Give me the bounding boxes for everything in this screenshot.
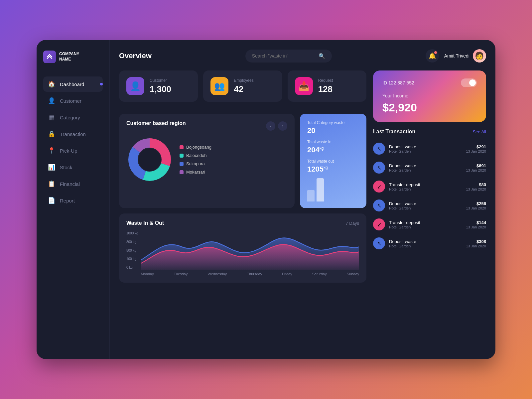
category-icon: ▦ [48,114,55,121]
see-all-button[interactable]: See All [473,129,486,134]
sidebar-item-pickup[interactable]: 📍Pick-Up [43,143,103,158]
financial-icon: 📋 [48,180,55,188]
employees-stat-info: Employees 42 [234,78,253,94]
sidebar-item-stock[interactable]: 📊Stock [43,160,103,175]
trans-sub-1: Hotel Garden [389,168,462,172]
transaction-item-5: ↖ Deposit waste Hotel Garden $308 13 Jan… [373,234,486,253]
total-out-label: Total waste out [307,159,359,164]
trans-name-2: Transfer deposit [389,182,462,187]
sidebar-item-customer[interactable]: 👤Customer [43,93,103,108]
trans-date-3: 13 Jan 2020 [466,206,486,210]
search-bar[interactable]: 🔍 [245,50,332,63]
y-label-100: 100 kg [126,257,138,261]
wave-plot: Monday Tuesday Wednesday Thursday Friday… [141,230,359,276]
nav-label-financial: Financial [60,181,80,187]
transactions-list: ↖ Deposit waste Hotel Garden $291 13 Jan… [373,139,486,253]
trans-right-2: $80 13 Jan 2020 [466,182,486,191]
nav-container: 🏠Dashboard👤Customer▦Category🔒Transaction… [43,76,103,209]
waste-bar-2 [317,178,324,201]
nav-label-category: Category [60,115,80,120]
svg-point-4 [138,148,161,171]
trans-right-1: $691 13 Jan 2020 [466,163,486,172]
transactions-title: Last Transaction [373,129,415,135]
user-avatar: 🧑 [473,49,486,63]
sidebar-item-report[interactable]: 📄Report [43,193,103,208]
x-thursday: Thursday [247,272,262,276]
trans-icon-1: ↖ [373,162,385,174]
sidebar-item-financial[interactable]: 📋Financial [43,176,103,192]
sidebar-item-category[interactable]: ▦Category [43,110,103,125]
logo-area: COMPANY NAME [43,51,103,63]
trans-info-2: Transfer deposit Hotel Garden [389,182,462,191]
stat-card-customer: 👤 Customer 1,300 [119,70,198,102]
waste-stats-card: Total Category waste 20 Total waste in 2… [300,114,366,208]
x-friday: Friday [282,272,292,276]
toggle-switch[interactable] [461,78,477,87]
donut-legend: BojongsoangBalocndohSukapuraMokarsari [180,145,211,175]
trans-name-0: Deposit waste [389,144,462,149]
report-icon: 📄 [48,197,55,204]
nav-label-dashboard: Dashboard [60,81,84,87]
customer-value: 1,300 [150,84,171,94]
middle-row: Customer based region ‹ › [119,114,366,208]
nav-label-report: Report [60,198,75,203]
stat-card-request: 📥 Request 128 [288,70,366,102]
wave-chart-area: 1000 kg 800 kg 500 kg 100 kg 0 kg [126,230,359,276]
nav-label-customer: Customer [60,98,81,104]
trans-right-3: $256 13 Jan 2020 [466,201,486,210]
right-panel: ID 122 887 552 Your Income $2,920 Last T… [373,70,486,352]
y-label-0: 0 kg [126,266,138,269]
x-axis: Monday Tuesday Wednesday Thursday Friday… [141,270,359,276]
employees-icon-wrap: 👥 [210,77,228,95]
request-value: 128 [318,84,333,94]
trans-right-4: $144 13 Jan 2020 [466,220,486,229]
y-label-500: 500 kg [126,249,138,252]
trans-info-0: Deposit waste Hotel Garden [389,144,462,153]
request-stat-info: Request 128 [318,78,333,94]
transaction-item-4: ↙ Transfer deposit Hotel Garden $144 13 … [373,215,486,234]
income-label: Your Income [382,93,477,98]
trans-date-0: 13 Jan 2020 [466,149,486,153]
legend-bojongsoang: Bojongsoang [180,145,211,150]
trans-info-1: Deposit waste Hotel Garden [389,163,462,172]
sidebar-item-dashboard[interactable]: 🏠Dashboard [43,76,103,92]
trans-name-3: Deposit waste [389,201,462,206]
trans-date-5: 13 Jan 2020 [466,244,486,248]
x-wednesday: Wednesday [207,272,227,276]
trans-right-5: $308 13 Jan 2020 [466,239,486,248]
wave-svg [141,230,359,270]
trans-amount-5: $308 [466,239,486,244]
stat-card-employees: 👥 Employees 42 [203,70,282,102]
prev-arrow[interactable]: ‹ [266,121,275,131]
legend-dot [180,170,184,174]
trans-icon-2: ↙ [373,181,385,193]
trans-amount-1: $691 [466,163,486,168]
income-value: $2,920 [382,101,477,114]
customer-label: Customer [150,78,171,83]
nav-label-transaction: Transaction [60,131,86,137]
total-category-label: Total Category waste [307,120,359,125]
notification-button[interactable]: 🔔 [426,49,439,63]
request-label: Request [318,78,333,83]
total-out-number: 1205 [307,165,324,173]
trans-date-4: 13 Jan 2020 [466,225,486,229]
total-in-number: 204 [307,146,320,154]
total-in-unit: kg [320,146,324,151]
trans-amount-2: $80 [466,182,486,187]
employees-value: 42 [234,84,253,94]
total-in-label: Total waste in [307,140,359,144]
y-label-800: 800 kg [126,240,138,244]
x-monday: Monday [141,272,154,276]
x-sunday: Sunday [347,272,359,276]
next-arrow[interactable]: › [278,121,287,131]
trans-right-0: $291 13 Jan 2020 [466,144,486,153]
nav-label-pickup: Pick-Up [60,148,77,154]
search-input[interactable] [252,53,315,59]
legend-label: Mokarsari [186,170,205,175]
transaction-item-0: ↖ Deposit waste Hotel Garden $291 13 Jan… [373,139,486,158]
trans-sub-4: Hotel Garden [389,225,462,229]
trans-amount-0: $291 [466,144,486,149]
sidebar-item-transaction[interactable]: 🔒Transaction [43,126,103,142]
trans-date-1: 13 Jan 2020 [466,168,486,172]
sidebar: COMPANY NAME 🏠Dashboard👤Customer▦Categor… [37,40,110,359]
